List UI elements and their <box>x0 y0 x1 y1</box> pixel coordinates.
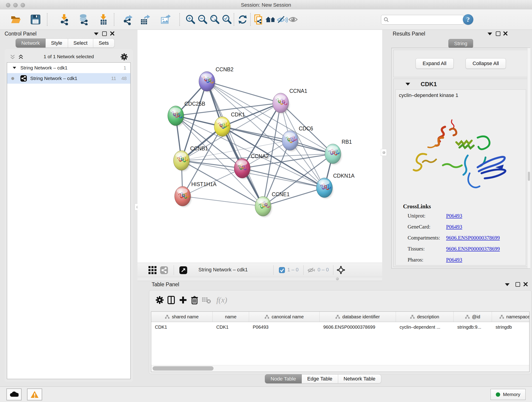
results-scrollbar[interactable] <box>527 48 530 268</box>
network-node-CDC25B[interactable]: CDC25B <box>168 101 205 127</box>
column-header-namespace[interactable]: namespace <box>492 312 530 322</box>
crosslink-link[interactable]: 9606.ENSP00000378699 <box>446 246 500 252</box>
network-edge[interactable] <box>183 196 263 206</box>
table-horizontal-scrollbar[interactable] <box>151 365 529 372</box>
search-input[interactable] <box>381 15 464 25</box>
import-network-database-icon[interactable] <box>78 13 89 26</box>
network-node-CCNE1[interactable]: CCNE1 <box>255 191 290 217</box>
network-edge[interactable] <box>207 81 281 103</box>
undock-panel-icon[interactable] <box>102 32 107 36</box>
table-cell: stringdb:9... <box>454 325 492 330</box>
close-panel-icon[interactable] <box>523 282 528 287</box>
toolbar-separator <box>250 13 251 26</box>
toolbar-separator <box>303 265 304 275</box>
hide-panels-eye-icon[interactable] <box>276 13 288 26</box>
collection-expand-icon[interactable] <box>13 67 16 69</box>
expand-all-button[interactable]: Expand All <box>416 58 454 69</box>
control-panel-tabs: NetworkStyleSelectSets <box>16 38 114 48</box>
network-overview-homes-icon[interactable] <box>265 13 276 26</box>
close-panel-icon[interactable] <box>110 31 114 36</box>
column-header-database-identifier[interactable]: database identifier <box>320 312 396 322</box>
network-edge[interactable] <box>207 81 263 206</box>
crosslink-link[interactable]: 9606.ENSP00000378699 <box>446 235 500 241</box>
add-column-icon[interactable] <box>178 294 188 306</box>
show-columns-icon[interactable] <box>166 294 176 306</box>
column-header-id[interactable]: @id <box>454 312 492 322</box>
crosslink-link[interactable]: P06493 <box>446 224 462 230</box>
column-header-name[interactable]: name <box>213 312 249 322</box>
warnings-button[interactable] <box>27 389 42 400</box>
node-label: CCNA2 <box>251 153 269 159</box>
network-node-HIST1H1A[interactable]: HIST1H1A <box>175 181 217 207</box>
zoom-selected-icon[interactable] <box>221 13 233 26</box>
tab-network-table[interactable]: Network Table <box>338 374 381 383</box>
network-file-manager-icon[interactable] <box>253 13 264 26</box>
birdseye-view-icon[interactable] <box>179 266 187 274</box>
crosslink-link[interactable]: P06493 <box>446 257 462 263</box>
tab-string[interactable]: String <box>448 39 473 48</box>
tab-network[interactable]: Network <box>16 38 46 48</box>
function-builder-icon[interactable]: f(x) <box>214 294 230 306</box>
network-node-RB1[interactable]: RB1 <box>325 139 352 165</box>
zoom-in-icon[interactable] <box>185 13 196 26</box>
zoom-out-icon[interactable] <box>197 13 208 26</box>
tab-edge-table[interactable]: Edge Table <box>302 374 338 383</box>
help-button[interactable]: ? <box>463 14 473 25</box>
network-node-CDKN1A[interactable]: CDKN1A <box>317 173 355 198</box>
scrollbar-thumb[interactable] <box>152 366 214 370</box>
tab-style[interactable]: Style <box>46 38 68 48</box>
show-eye-icon[interactable] <box>288 13 299 26</box>
collapse-all-button[interactable]: Collapse All <box>466 58 506 69</box>
network-node-CCNB1[interactable]: CCNB1 <box>173 146 208 171</box>
float-panel-icon[interactable] <box>505 283 510 286</box>
column-header-canonical-name[interactable]: canonical name <box>249 312 320 322</box>
table-row[interactable]: CDK1CDK1P064939606.ENSP00000378699cyclin… <box>151 322 529 332</box>
table-options-gear-icon[interactable] <box>155 294 165 306</box>
network-list: String Network – cdk1 1 String Network –… <box>7 62 131 379</box>
column-header-shared-name[interactable]: shared name <box>151 312 213 322</box>
import-network-file-icon[interactable] <box>59 13 70 26</box>
network-canvas[interactable]: CCNB2CCNA1CDC25BCDK1CDC6RB1CCNB1CCNA2CDK… <box>138 30 382 263</box>
export-image-icon[interactable] <box>160 13 171 26</box>
zoom-fit-icon[interactable] <box>209 13 220 26</box>
close-panel-icon[interactable] <box>503 31 508 36</box>
node-label: CCNA1 <box>289 88 307 94</box>
crosslink-label: Pharos: <box>408 257 446 263</box>
undock-panel-icon[interactable] <box>496 32 500 36</box>
network-share-view-icon[interactable] <box>160 266 168 274</box>
export-table-icon[interactable] <box>139 13 151 26</box>
fit-selected-crosshair-icon[interactable] <box>336 265 346 274</box>
network-view-toolbar: String Network – cdk1 1 – 0 0 – 0 <box>138 263 382 277</box>
grid-view-icon[interactable] <box>148 266 157 274</box>
selected-checkbox-icon[interactable] <box>279 267 285 273</box>
network-node-CCNA2[interactable]: CCNA2 <box>234 153 269 179</box>
string-network-icon <box>20 75 27 82</box>
tab-sets[interactable]: Sets <box>93 38 114 48</box>
crosslink-link[interactable]: P06493 <box>446 213 462 219</box>
float-panel-icon[interactable] <box>94 32 99 35</box>
open-session-icon[interactable] <box>10 13 22 26</box>
tab-select[interactable]: Select <box>68 38 93 48</box>
save-session-icon[interactable] <box>30 13 41 26</box>
table-panel-title: Table Panel <box>152 281 179 288</box>
network-row-selected[interactable]: String Network – cdk1 11 48 <box>7 73 130 84</box>
delete-column-trash-icon[interactable] <box>190 294 200 306</box>
crosslink-label: GeneCard: <box>408 224 446 230</box>
refresh-icon[interactable] <box>237 13 248 26</box>
cloud-status-button[interactable] <box>6 389 22 400</box>
network-collection-row[interactable]: String Network – cdk1 1 <box>7 63 130 73</box>
network-node-CCNA1[interactable]: CCNA1 <box>273 88 307 114</box>
undock-panel-icon[interactable] <box>515 282 520 287</box>
network-options-gear-icon[interactable] <box>120 53 128 61</box>
column-header-description[interactable]: description <box>396 312 454 322</box>
memory-button[interactable]: Memory <box>491 389 526 400</box>
gene-collapse-icon[interactable] <box>405 83 410 85</box>
export-network-icon[interactable] <box>122 13 133 26</box>
float-panel-icon[interactable] <box>488 32 492 35</box>
right-splitter-handle[interactable] <box>381 149 387 156</box>
search-field[interactable] <box>391 17 462 23</box>
shared-column-tree-icon <box>410 315 415 319</box>
import-table-file-icon[interactable] <box>98 13 109 26</box>
delete-table-icon[interactable] <box>201 294 211 306</box>
tab-node-table[interactable]: Node Table <box>265 374 302 383</box>
